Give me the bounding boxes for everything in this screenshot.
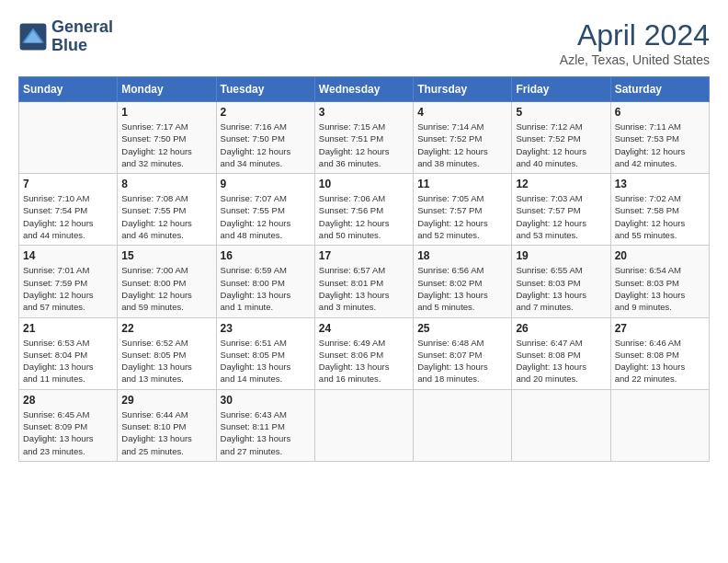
calendar-day-cell: 4Sunrise: 7:14 AM Sunset: 7:52 PM Daylig… xyxy=(414,102,512,174)
calendar-day-cell: 1Sunrise: 7:17 AM Sunset: 7:50 PM Daylig… xyxy=(118,102,216,174)
calendar-day-cell: 21Sunrise: 6:53 AM Sunset: 8:04 PM Dayli… xyxy=(19,317,118,389)
calendar-day-cell: 29Sunrise: 6:44 AM Sunset: 8:10 PM Dayli… xyxy=(118,389,216,461)
day-number: 30 xyxy=(221,394,311,407)
calendar-day-cell: 20Sunrise: 6:54 AM Sunset: 8:03 PM Dayli… xyxy=(610,246,709,317)
day-info: Sunrise: 7:17 AM Sunset: 7:50 PM Dayligh… xyxy=(121,121,211,169)
day-number: 15 xyxy=(121,249,211,262)
day-info: Sunrise: 6:44 AM Sunset: 8:10 PM Dayligh… xyxy=(121,408,211,457)
day-info: Sunrise: 6:51 AM Sunset: 8:05 PM Dayligh… xyxy=(221,337,311,385)
day-number: 2 xyxy=(221,106,311,119)
day-info: Sunrise: 6:55 AM Sunset: 8:03 PM Dayligh… xyxy=(516,264,606,313)
calendar-day-cell xyxy=(414,389,512,461)
calendar-day-cell xyxy=(314,389,413,461)
calendar-week-row: 14Sunrise: 7:01 AM Sunset: 7:59 PM Dayli… xyxy=(19,246,710,317)
calendar-day-header: Wednesday xyxy=(314,77,413,102)
title-block: April 2024 Azle, Texas, United States xyxy=(560,18,710,67)
calendar-day-header: Thursday xyxy=(414,77,512,102)
day-info: Sunrise: 6:43 AM Sunset: 8:11 PM Dayligh… xyxy=(221,408,311,457)
day-info: Sunrise: 6:57 AM Sunset: 8:01 PM Dayligh… xyxy=(319,264,409,313)
calendar-week-row: 7Sunrise: 7:10 AM Sunset: 7:54 PM Daylig… xyxy=(19,174,710,246)
calendar-day-cell: 25Sunrise: 6:48 AM Sunset: 8:07 PM Dayli… xyxy=(414,317,512,389)
day-number: 28 xyxy=(23,394,113,407)
calendar-week-row: 28Sunrise: 6:45 AM Sunset: 8:09 PM Dayli… xyxy=(19,389,710,461)
day-info: Sunrise: 6:47 AM Sunset: 8:08 PM Dayligh… xyxy=(516,337,606,385)
day-number: 18 xyxy=(417,249,507,262)
day-info: Sunrise: 7:05 AM Sunset: 7:57 PM Dayligh… xyxy=(417,192,507,241)
day-info: Sunrise: 7:03 AM Sunset: 7:57 PM Dayligh… xyxy=(516,192,606,241)
calendar-day-cell: 18Sunrise: 6:56 AM Sunset: 8:02 PM Dayli… xyxy=(414,246,512,317)
calendar-day-cell: 9Sunrise: 7:07 AM Sunset: 7:55 PM Daylig… xyxy=(216,174,314,246)
location-subtitle: Azle, Texas, United States xyxy=(560,52,710,67)
calendar-week-row: 1Sunrise: 7:17 AM Sunset: 7:50 PM Daylig… xyxy=(19,102,710,174)
day-number: 13 xyxy=(615,178,705,190)
day-info: Sunrise: 6:48 AM Sunset: 8:07 PM Dayligh… xyxy=(417,337,507,385)
calendar-day-header: Saturday xyxy=(610,77,709,102)
calendar-day-cell xyxy=(19,102,118,174)
day-number: 14 xyxy=(23,249,113,262)
calendar-day-cell: 2Sunrise: 7:16 AM Sunset: 7:50 PM Daylig… xyxy=(216,102,314,174)
day-number: 8 xyxy=(121,178,211,190)
calendar-day-cell: 5Sunrise: 7:12 AM Sunset: 7:52 PM Daylig… xyxy=(512,102,610,174)
day-info: Sunrise: 7:00 AM Sunset: 8:00 PM Dayligh… xyxy=(121,264,211,313)
day-number: 23 xyxy=(221,322,311,335)
day-number: 17 xyxy=(319,249,409,262)
day-info: Sunrise: 7:15 AM Sunset: 7:51 PM Dayligh… xyxy=(319,121,409,169)
month-title: April 2024 xyxy=(560,18,710,52)
day-number: 25 xyxy=(417,322,507,335)
day-info: Sunrise: 6:59 AM Sunset: 8:00 PM Dayligh… xyxy=(221,264,311,313)
calendar-day-cell xyxy=(512,389,610,461)
day-number: 10 xyxy=(319,178,409,190)
day-number: 11 xyxy=(417,178,507,190)
day-number: 6 xyxy=(615,106,705,119)
calendar-day-cell: 3Sunrise: 7:15 AM Sunset: 7:51 PM Daylig… xyxy=(314,102,413,174)
day-number: 29 xyxy=(121,394,211,407)
day-number: 5 xyxy=(516,106,606,119)
calendar-week-row: 21Sunrise: 6:53 AM Sunset: 8:04 PM Dayli… xyxy=(19,317,710,389)
logo-line2: Blue xyxy=(51,37,113,55)
calendar-day-cell: 15Sunrise: 7:00 AM Sunset: 8:00 PM Dayli… xyxy=(118,246,216,317)
logo: General Blue xyxy=(18,18,113,55)
day-number: 16 xyxy=(221,249,311,262)
day-number: 9 xyxy=(221,178,311,190)
day-info: Sunrise: 7:08 AM Sunset: 7:55 PM Dayligh… xyxy=(121,192,211,241)
logo-icon xyxy=(18,22,48,52)
day-info: Sunrise: 6:53 AM Sunset: 8:04 PM Dayligh… xyxy=(23,337,113,385)
day-info: Sunrise: 7:14 AM Sunset: 7:52 PM Dayligh… xyxy=(417,121,507,169)
logo-line1: General xyxy=(51,18,113,37)
day-info: Sunrise: 7:07 AM Sunset: 7:55 PM Dayligh… xyxy=(221,192,311,241)
day-info: Sunrise: 6:46 AM Sunset: 8:08 PM Dayligh… xyxy=(615,337,705,385)
day-number: 3 xyxy=(319,106,409,119)
page-header: General Blue April 2024 Azle, Texas, Uni… xyxy=(18,18,710,67)
day-info: Sunrise: 6:49 AM Sunset: 8:06 PM Dayligh… xyxy=(319,337,409,385)
day-info: Sunrise: 6:52 AM Sunset: 8:05 PM Dayligh… xyxy=(121,337,211,385)
day-number: 24 xyxy=(319,322,409,335)
day-number: 22 xyxy=(121,322,211,335)
day-number: 1 xyxy=(121,106,211,119)
calendar-day-cell: 14Sunrise: 7:01 AM Sunset: 7:59 PM Dayli… xyxy=(19,246,118,317)
calendar-day-cell xyxy=(610,389,709,461)
calendar-day-cell: 10Sunrise: 7:06 AM Sunset: 7:56 PM Dayli… xyxy=(314,174,413,246)
day-info: Sunrise: 7:01 AM Sunset: 7:59 PM Dayligh… xyxy=(23,264,113,313)
day-number: 12 xyxy=(516,178,606,190)
day-info: Sunrise: 7:10 AM Sunset: 7:54 PM Dayligh… xyxy=(23,192,113,241)
calendar-day-cell: 28Sunrise: 6:45 AM Sunset: 8:09 PM Dayli… xyxy=(19,389,118,461)
day-number: 4 xyxy=(417,106,507,119)
day-info: Sunrise: 6:45 AM Sunset: 8:09 PM Dayligh… xyxy=(23,408,113,457)
day-info: Sunrise: 7:16 AM Sunset: 7:50 PM Dayligh… xyxy=(221,121,311,169)
day-info: Sunrise: 7:12 AM Sunset: 7:52 PM Dayligh… xyxy=(516,121,606,169)
calendar-day-header: Friday xyxy=(512,77,610,102)
calendar-day-cell: 30Sunrise: 6:43 AM Sunset: 8:11 PM Dayli… xyxy=(216,389,314,461)
calendar-day-cell: 19Sunrise: 6:55 AM Sunset: 8:03 PM Dayli… xyxy=(512,246,610,317)
calendar-body: 1Sunrise: 7:17 AM Sunset: 7:50 PM Daylig… xyxy=(19,102,710,462)
calendar-day-cell: 23Sunrise: 6:51 AM Sunset: 8:05 PM Dayli… xyxy=(216,317,314,389)
day-number: 19 xyxy=(516,249,606,262)
day-info: Sunrise: 6:54 AM Sunset: 8:03 PM Dayligh… xyxy=(615,264,705,313)
calendar-day-cell: 11Sunrise: 7:05 AM Sunset: 7:57 PM Dayli… xyxy=(414,174,512,246)
day-info: Sunrise: 7:02 AM Sunset: 7:58 PM Dayligh… xyxy=(615,192,705,241)
day-info: Sunrise: 7:06 AM Sunset: 7:56 PM Dayligh… xyxy=(319,192,409,241)
calendar-day-cell: 8Sunrise: 7:08 AM Sunset: 7:55 PM Daylig… xyxy=(118,174,216,246)
day-number: 27 xyxy=(615,322,705,335)
day-info: Sunrise: 7:11 AM Sunset: 7:53 PM Dayligh… xyxy=(615,121,705,169)
calendar-day-cell: 17Sunrise: 6:57 AM Sunset: 8:01 PM Dayli… xyxy=(314,246,413,317)
calendar-day-cell: 13Sunrise: 7:02 AM Sunset: 7:58 PM Dayli… xyxy=(610,174,709,246)
